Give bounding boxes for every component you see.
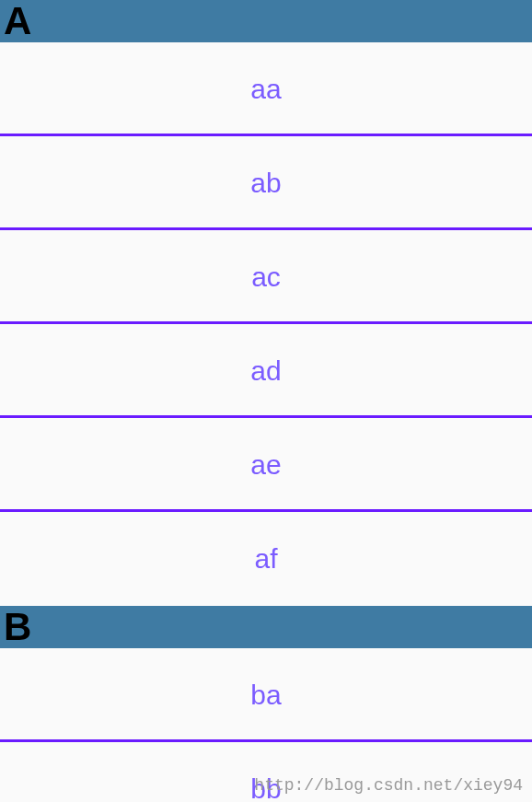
indexed-list: A aa ab ac ad ae af B ba bb [0, 0, 532, 802]
list-item[interactable]: ad [0, 324, 532, 418]
list-item[interactable]: ba [0, 648, 532, 742]
list-item[interactable]: bb [0, 742, 532, 802]
list-item[interactable]: ae [0, 418, 532, 512]
list-item[interactable]: af [0, 512, 532, 606]
list-item[interactable]: aa [0, 42, 532, 136]
section-header-a: A [0, 0, 532, 42]
section-header-b: B [0, 606, 532, 648]
list-item[interactable]: ab [0, 136, 532, 230]
list-item[interactable]: ac [0, 230, 532, 324]
